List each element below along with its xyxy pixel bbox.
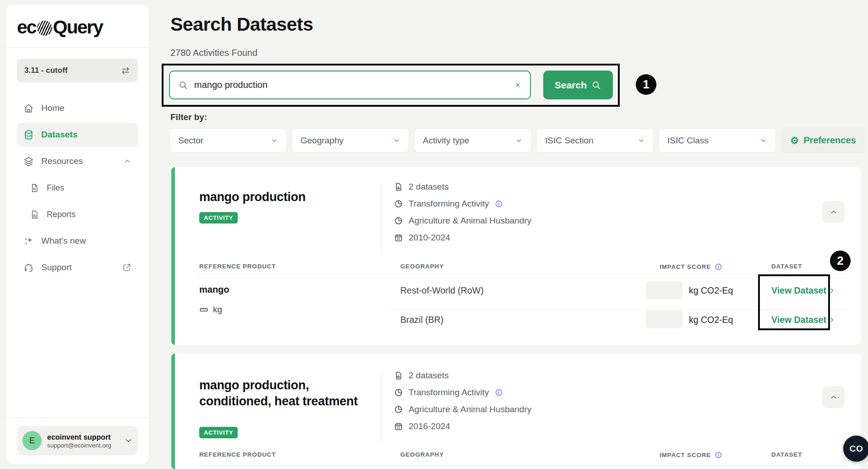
- search-button[interactable]: Search: [543, 71, 613, 99]
- column-header-impact-score: IMPACT SCORE: [660, 263, 722, 271]
- collapse-card-button[interactable]: [822, 201, 845, 223]
- home-icon: [23, 103, 34, 114]
- sidebar-item-reports[interactable]: Reports: [17, 202, 138, 226]
- sidebar-item-whats-new[interactable]: What's new: [17, 229, 138, 253]
- avatar: E: [22, 431, 42, 450]
- chevron-up-icon: [830, 393, 838, 401]
- impact-unit-cell: kg CO2-Eq: [689, 315, 733, 325]
- row-divider: [389, 310, 848, 311]
- page-title: Search Datasets: [170, 14, 313, 35]
- sidebar-item-home[interactable]: Home: [17, 96, 138, 120]
- chevron-down-icon: [638, 137, 645, 144]
- clear-search-icon[interactable]: [514, 81, 522, 89]
- file-icon: [30, 183, 39, 193]
- filter-dropdown-sector[interactable]: Sector: [169, 128, 287, 153]
- search-icon: [178, 80, 188, 90]
- geography-cell: Rest-of-World (RoW): [400, 285, 484, 296]
- sector: Agriculture & Animal Husbandry: [409, 216, 531, 226]
- sidebar-item-resources[interactable]: Resources: [17, 149, 138, 173]
- filter-dropdown-label: ISIC Class: [667, 136, 709, 146]
- chevron-up-icon: [123, 157, 131, 165]
- collapse-card-button[interactable]: [822, 386, 845, 408]
- info-icon[interactable]: [715, 263, 722, 271]
- version-label: 3.11 - cutoff: [24, 66, 67, 75]
- headset-icon: [23, 262, 34, 273]
- filter-dropdown-isic-class[interactable]: ISIC Class: [659, 128, 776, 153]
- sidebar-bottom-divider: [6, 417, 149, 418]
- user-menu[interactable]: E ecoinvent support support@ecoinvent.or…: [17, 426, 138, 455]
- filter-dropdown-label: Sector: [178, 136, 203, 146]
- version-selector[interactable]: 3.11 - cutoff: [17, 59, 138, 82]
- column-header-impact-score: IMPACT SCORE: [660, 451, 722, 459]
- view-dataset-link[interactable]: View Dataset: [771, 285, 835, 296]
- time-period: 2010-2024: [409, 233, 450, 243]
- column-header-reference-product: REFERENCE PRODUCT: [199, 451, 276, 458]
- filter-dropdown-geography[interactable]: Geography: [292, 128, 409, 153]
- column-header-reference-product: REFERENCE PRODUCT: [199, 263, 276, 270]
- filter-dropdown-label: Activity type: [423, 136, 469, 146]
- sidebar-item-files[interactable]: Files: [17, 176, 138, 200]
- filter-dropdown-label: ISIC Section: [545, 136, 594, 146]
- result-card: mango production ACTIVITY 2 datasets Tra…: [171, 167, 862, 345]
- activity-type: Transforming Activity: [409, 387, 489, 398]
- chevron-down-icon: [124, 436, 132, 445]
- sidebar-item-support[interactable]: Support: [17, 256, 138, 279]
- chat-widget-button[interactable]: CO: [843, 436, 868, 462]
- sparkles-icon: [23, 236, 34, 246]
- datasets-count: 2 datasets: [409, 182, 449, 192]
- sidebar: ecQuery 3.11 - cutoff Home Datasets Reso…: [6, 5, 149, 464]
- calendar-icon: [394, 422, 403, 431]
- sidebar-item-datasets[interactable]: Datasets: [17, 123, 138, 147]
- calendar-icon: [394, 233, 403, 242]
- annotation-step-1: 1: [636, 74, 656, 95]
- chevron-down-icon: [271, 137, 278, 144]
- sidebar-item-label: What's new: [41, 236, 86, 246]
- chevron-up-icon: [830, 208, 838, 216]
- activity-type: Transforming Activity: [409, 199, 489, 209]
- sidebar-item-label: Home: [41, 103, 65, 113]
- geography-cell: Brazil (BR): [400, 315, 443, 325]
- meta-divider: [382, 373, 382, 442]
- user-name: ecoinvent support: [47, 433, 111, 442]
- activity-title: mango production, conditioned, heat trea…: [199, 377, 364, 409]
- sidebar-item-label: Resources: [41, 156, 83, 166]
- filter-dropdown-isic-section[interactable]: ISIC Section: [536, 128, 654, 153]
- pie-chart-icon: [394, 216, 403, 225]
- time-period: 2016-2024: [409, 421, 450, 431]
- search-input[interactable]: [194, 80, 508, 90]
- filter-row: Sector Geography Activity type ISIC Sect…: [169, 128, 776, 153]
- activity-badge: ACTIVITY: [199, 427, 238, 438]
- logo-text-prefix: ec: [17, 16, 36, 38]
- app-logo[interactable]: ecQuery: [17, 16, 138, 38]
- activity-meta: 2 datasets Transforming Activity Agricul…: [394, 181, 531, 243]
- impact-score-placeholder: [646, 310, 682, 328]
- external-link-icon: [122, 263, 131, 272]
- gear-icon: ⚙: [790, 136, 799, 145]
- sidebar-item-label: Support: [41, 262, 72, 273]
- preferences-label: Preferences: [803, 135, 856, 146]
- info-icon[interactable]: [495, 200, 503, 208]
- filter-dropdown-activity-type[interactable]: Activity type: [414, 128, 531, 153]
- column-header-dataset: DATASET: [771, 451, 802, 458]
- database-icon: [23, 130, 34, 140]
- preferences-button[interactable]: ⚙ Preferences: [781, 127, 865, 153]
- sidebar-item-label: Files: [47, 183, 64, 193]
- datasets-count-icon: [394, 182, 403, 191]
- view-dataset-link[interactable]: View Dataset: [771, 315, 835, 325]
- user-email: support@ecoinvent.org: [47, 442, 111, 449]
- chevron-down-icon: [393, 137, 400, 144]
- column-header-geography: GEOGRAPHY: [400, 451, 444, 458]
- reference-product-name: mango: [199, 284, 229, 295]
- search-box: [169, 71, 531, 99]
- datasets-count-icon: [394, 371, 403, 380]
- sidebar-divider: [6, 47, 149, 48]
- search-icon: [591, 80, 601, 90]
- column-header-dataset: DATASET: [771, 263, 802, 270]
- filter-dropdown-label: Geography: [300, 136, 344, 146]
- filter-by-label: Filter by:: [170, 112, 207, 122]
- info-icon[interactable]: [715, 451, 722, 459]
- info-icon[interactable]: [495, 388, 503, 397]
- chevron-down-icon: [760, 137, 767, 144]
- reference-product-unit: kg: [199, 305, 222, 315]
- pie-chart-icon: [394, 388, 403, 397]
